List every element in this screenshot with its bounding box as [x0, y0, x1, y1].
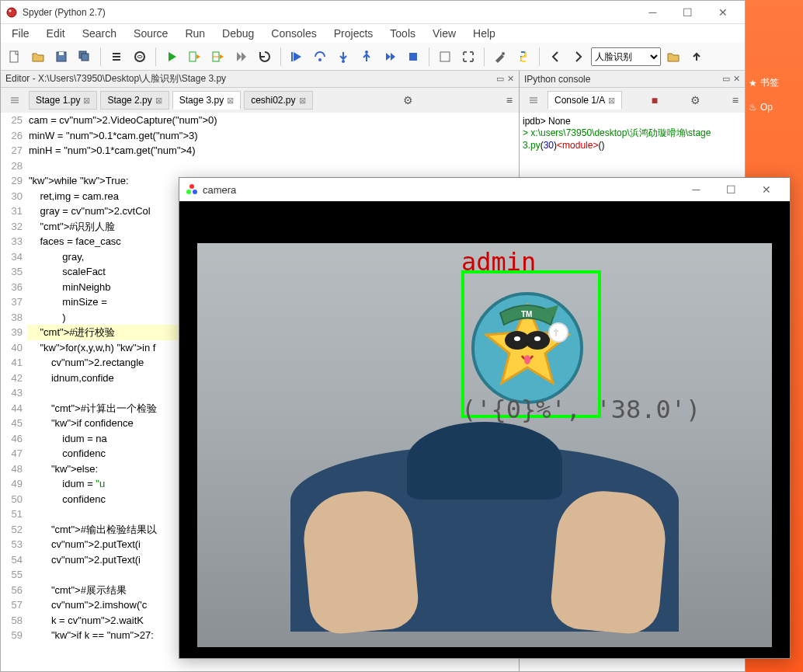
- line-number: 26: [1, 128, 27, 144]
- tab-list-icon[interactable]: [4, 89, 26, 111]
- svg-point-11: [318, 58, 322, 61]
- close-button[interactable]: ✕: [705, 2, 740, 23]
- working-dir-dropdown[interactable]: 人脸识别: [591, 47, 661, 66]
- line-number: 38: [1, 310, 27, 326]
- camera-titlebar: camera ─ ☐ ✕: [179, 178, 790, 201]
- console-options-icon[interactable]: ⚙: [687, 91, 704, 110]
- back-icon[interactable]: [544, 46, 566, 68]
- code-content[interactable]: minW = "num">0.1*cam.get("num">3): [27, 128, 519, 144]
- flame-icon: ♨: [749, 102, 757, 113]
- python-path-icon[interactable]: [513, 46, 534, 68]
- menu-view[interactable]: View: [425, 26, 464, 41]
- menu-tools[interactable]: Tools: [382, 26, 423, 41]
- tab-close-icon[interactable]: ⊠: [83, 96, 90, 106]
- svg-point-24: [514, 336, 520, 341]
- new-file-icon[interactable]: [4, 46, 26, 68]
- line-number: 55: [1, 567, 27, 583]
- menu-file[interactable]: File: [4, 26, 37, 41]
- svg-point-26: [524, 355, 530, 364]
- maximize-button[interactable]: ☐: [670, 2, 705, 23]
- console-tab[interactable]: Console 1/A⊠: [548, 91, 622, 110]
- menu-debug[interactable]: Debug: [214, 26, 262, 41]
- rerun-icon[interactable]: [254, 46, 276, 68]
- tab-stage-3[interactable]: Stage 3.py⊠: [172, 91, 241, 110]
- code-line[interactable]: 28: [1, 158, 519, 174]
- tab-stage-1[interactable]: Stage 1.py⊠: [29, 91, 97, 110]
- run-cell-icon[interactable]: [184, 46, 206, 68]
- continue-icon[interactable]: [379, 46, 401, 68]
- parent-dir-icon[interactable]: [686, 46, 707, 68]
- menu-help[interactable]: Help: [465, 26, 503, 41]
- line-number: 45: [1, 416, 27, 431]
- console-line: ipdb> None: [523, 116, 742, 127]
- save-icon[interactable]: [50, 46, 72, 68]
- menu-edit[interactable]: Edit: [39, 26, 73, 41]
- tab-close-icon[interactable]: ⊠: [227, 96, 234, 106]
- open-file-icon[interactable]: [27, 46, 49, 68]
- cam-close-button[interactable]: ✕: [749, 179, 784, 200]
- menu-consoles[interactable]: Consoles: [263, 26, 324, 41]
- whirl-icon[interactable]: [129, 46, 151, 68]
- console-line: 3.py(30)<module>(): [523, 140, 742, 151]
- cam-maximize-button[interactable]: ☐: [714, 179, 749, 200]
- step-into-icon[interactable]: [332, 46, 354, 68]
- save-all-icon[interactable]: [74, 46, 96, 68]
- line-number: 33: [1, 234, 27, 249]
- line-number: 39: [1, 325, 27, 340]
- code-content[interactable]: cam = cv"num">2.VideoCapture("num">0): [27, 113, 519, 128]
- preferences-icon[interactable]: [489, 46, 511, 68]
- browse-dir-icon[interactable]: [662, 46, 684, 68]
- minimize-button[interactable]: ─: [635, 2, 670, 23]
- step-out-icon[interactable]: [356, 46, 377, 68]
- menu-run[interactable]: Run: [177, 26, 213, 41]
- camera-content: admin TM: [179, 201, 790, 658]
- stop-console-icon[interactable]: ■: [648, 91, 661, 110]
- list-icon[interactable]: [106, 46, 127, 68]
- opera-item[interactable]: ♨Op: [746, 96, 803, 119]
- menu-search[interactable]: Search: [75, 26, 124, 41]
- tab-close-icon[interactable]: ⊠: [155, 96, 162, 106]
- tab-list-icon[interactable]: [523, 89, 544, 111]
- fullscreen-icon[interactable]: [457, 46, 479, 68]
- tab-close-icon[interactable]: ⊠: [299, 96, 306, 106]
- code-line[interactable]: 27minH = "num">0.1*cam.get("num">4): [1, 143, 519, 158]
- line-number: 36: [1, 280, 27, 295]
- maximize-pane-icon[interactable]: [434, 46, 456, 68]
- menu-source[interactable]: Source: [126, 26, 176, 41]
- svg-point-19: [193, 190, 197, 194]
- camera-window: camera ─ ☐ ✕ admin: [179, 177, 791, 659]
- bookmark-item[interactable]: ★书签: [746, 70, 803, 96]
- tab-close-icon[interactable]: ⊠: [608, 96, 615, 106]
- editor-menu-icon[interactable]: ≡: [503, 91, 516, 110]
- pane-close-icon[interactable]: ✕: [733, 74, 740, 84]
- line-number: 43: [1, 385, 27, 401]
- menu-projects[interactable]: Projects: [326, 26, 381, 41]
- tab-ceshi02[interactable]: ceshi02.py⊠: [244, 91, 312, 110]
- tab-stage-2[interactable]: Stage 2.py⊠: [100, 91, 169, 110]
- code-line[interactable]: 26minW = "num">0.1*cam.get("num">3): [1, 128, 519, 144]
- console-menu-icon[interactable]: ≡: [729, 91, 742, 110]
- svg-rect-8: [189, 52, 196, 61]
- pane-float-icon[interactable]: ▭: [722, 74, 730, 84]
- step-over-icon[interactable]: [309, 46, 331, 68]
- forward-icon[interactable]: [568, 46, 589, 68]
- svg-rect-2: [10, 51, 18, 62]
- line-number: 31: [1, 204, 27, 219]
- stop-debug-icon[interactable]: [402, 46, 424, 68]
- svg-point-16: [502, 52, 505, 55]
- cam-minimize-button[interactable]: ─: [679, 179, 714, 200]
- line-number: 37: [1, 294, 27, 310]
- run-selection-icon[interactable]: [231, 46, 252, 68]
- run-cell-advance-icon[interactable]: [207, 46, 229, 68]
- code-line[interactable]: 25cam = cv"num">2.VideoCapture("num">0): [1, 113, 519, 128]
- pane-float-icon[interactable]: ▭: [496, 74, 504, 84]
- code-content[interactable]: minH = "num">0.1*cam.get("num">4): [27, 143, 519, 158]
- svg-rect-6: [82, 54, 89, 61]
- run-icon[interactable]: [161, 46, 182, 68]
- pane-close-icon[interactable]: ✕: [507, 74, 514, 84]
- code-content[interactable]: [27, 158, 519, 174]
- editor-options-icon[interactable]: ⚙: [400, 91, 416, 110]
- editor-pane-path: Editor - X:\Users\73950\Desktop\人脸识别\Sta…: [5, 72, 226, 85]
- spyder-icon: [5, 6, 18, 19]
- debug-icon[interactable]: [286, 46, 308, 68]
